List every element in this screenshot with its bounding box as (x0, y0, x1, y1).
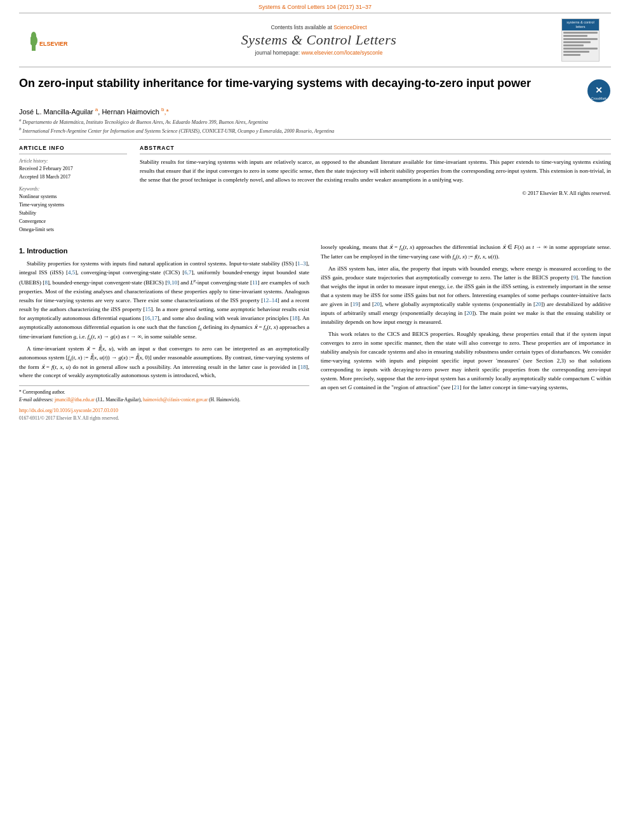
body-para-3: loosely speaking, means that ẋ = f0(t, x… (321, 243, 611, 262)
within-text: within (596, 375, 611, 382)
footnote-section: * Corresponding author. E-mail addresses… (19, 385, 309, 403)
body-col-left: 1. Introduction Stability properties for… (19, 243, 309, 422)
authors: José L. Mancilla-Aguilar a, Hernan Haimo… (19, 107, 611, 116)
keywords-label: Keywords: (19, 186, 127, 192)
journal-header: ELSEVIER Contents lists available at Sci… (19, 13, 611, 67)
contents-label: Contents lists available at (271, 24, 332, 30)
body-para-1: Stability properties for systems with in… (19, 260, 309, 342)
abstract-section: ABSTRACT Stability results for time-vary… (140, 145, 611, 234)
elsevier-logo: ELSEVIER (30, 27, 76, 53)
page: Systems & Control Letters 104 (2017) 31–… (0, 0, 630, 840)
info-abstract-section: ARTICLE INFO Article history: Received 2… (19, 145, 611, 234)
email-2[interactable]: haimovich@cifasis-conicet.gov.ar (143, 397, 208, 403)
crossmark-icon[interactable]: ✕ CrossMark (587, 79, 611, 103)
homepage-url[interactable]: www.elsevier.com/locate/sysconle (301, 50, 382, 56)
keyword-1: Nonlinear systems (19, 193, 127, 201)
homepage-label: journal homepage: (255, 50, 300, 56)
cover-title: systems & control letters (562, 20, 599, 29)
keyword-2: Time-varying systems (19, 201, 127, 209)
footnote-emails: E-mail addresses: jmancill@itba.edu.ar (… (19, 396, 309, 403)
received-date: Received 2 February 2017 (19, 165, 127, 173)
abstract-title: ABSTRACT (140, 145, 611, 151)
keyword-3: Stability (19, 210, 127, 217)
affiliation-b: b International French-Argentine Center … (19, 126, 611, 135)
copyright: © 2017 Elsevier B.V. All rights reserved… (140, 190, 611, 196)
body-para-2: A time-invariant system ẋ = f̄(x, u), wi… (19, 345, 309, 380)
footnote-star: * Corresponding author. (19, 389, 309, 396)
svg-text:CrossMark: CrossMark (591, 97, 607, 100)
body-section: 1. Introduction Stability properties for… (19, 243, 611, 422)
journal-title: Systems & Control Letters (76, 32, 561, 48)
svg-text:✕: ✕ (595, 85, 603, 95)
keyword-5: Omega-limit sets (19, 226, 127, 234)
article-title: On zero-input stability inheritance for … (19, 76, 580, 91)
affiliation-a: a Departamento de Matemática, Instituto … (19, 117, 611, 126)
homepage-line: journal homepage: www.elsevier.com/locat… (76, 50, 561, 56)
keywords-section: Keywords: Nonlinear systems Time-varying… (19, 186, 127, 234)
rights-line: 0167-6911/© 2017 Elsevier B.V. All right… (19, 415, 309, 422)
svg-text:ELSEVIER: ELSEVIER (39, 41, 68, 47)
email-1[interactable]: jmancill@itba.edu.ar (55, 397, 95, 403)
journal-cover-thumbnail: systems & control letters (561, 18, 600, 62)
article-info-title: ARTICLE INFO (19, 145, 127, 151)
history-label: Article history: (19, 158, 127, 164)
body-col-right: loosely speaking, means that ẋ = f0(t, x… (321, 243, 611, 422)
article-title-section: On zero-input stability inheritance for … (19, 76, 611, 103)
doi-link[interactable]: http://dx.doi.org/10.1016/j.sysconle.201… (19, 407, 309, 415)
article-main: On zero-input stability inheritance for … (19, 76, 611, 422)
article-info: ARTICLE INFO Article history: Received 2… (19, 145, 127, 234)
svg-point-2 (31, 32, 36, 39)
sciencedirect-link[interactable]: ScienceDirect (333, 24, 366, 30)
accepted-date: Accepted 18 March 2017 (19, 173, 127, 181)
keyword-4: Convergence (19, 218, 127, 225)
section1-heading: 1. Introduction (19, 246, 309, 257)
journal-ref: Systems & Control Letters 104 (2017) 31–… (0, 0, 630, 13)
body-para-5: This work relates to the CICS and BEICS … (321, 330, 611, 392)
abstract-text: Stability results for time-varying syste… (140, 158, 611, 185)
contents-line: Contents lists available at ScienceDirec… (76, 24, 561, 30)
header-center: Contents lists available at ScienceDirec… (76, 24, 561, 56)
body-para-4: An iISS system has, inter alia, the prop… (321, 265, 611, 327)
